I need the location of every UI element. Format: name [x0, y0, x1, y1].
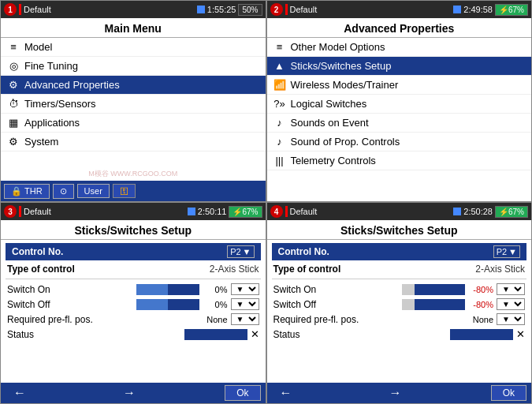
- pre-fl-dropdown-4[interactable]: ▼: [497, 313, 525, 325]
- sounds-event-icon: ♪: [273, 117, 286, 129]
- status-battery-4: ⚡67%: [495, 206, 528, 218]
- panel-3: 3 Default 2:50:11 ⚡67% Sticks/Switches S…: [0, 202, 266, 404]
- switch-on-label-4: Switch On: [273, 284, 352, 295]
- menu-item-sounds-event[interactable]: ♪ Sounds on Event: [267, 114, 532, 133]
- menu-label-logical: Logical Switches: [291, 98, 367, 110]
- status-square-2: [453, 6, 461, 13]
- switch-off-bar-4: [402, 299, 465, 310]
- pre-fl-wrap: None ▼: [98, 313, 259, 325]
- switch-on-row: Switch On 0% ▼: [1, 282, 266, 297]
- status-battery-3: ⚡67%: [229, 206, 262, 218]
- pre-fl-row-4: Required pre-fl. pos. None ▼: [267, 312, 532, 327]
- switch-off-row: Switch Off 0% ▼: [1, 297, 266, 312]
- nav-back-4[interactable]: ←: [272, 386, 300, 400]
- switch-on-fill: [136, 284, 168, 295]
- divider-4: [272, 279, 527, 279]
- menu-item-sticks-switches[interactable]: ▲ Sticks/Switches Setup: [267, 57, 532, 76]
- switch-on-row-4: Switch On -80% ▼: [267, 282, 532, 297]
- key-button[interactable]: ⚿: [113, 184, 136, 198]
- menu-item-logical-switches[interactable]: ?» Logical Switches: [267, 95, 532, 114]
- type-row-4: Type of control 2-Axis Stick: [267, 262, 532, 276]
- nav-back-3[interactable]: ←: [6, 386, 34, 400]
- switch-off-bar-wrap-4: -80% ▼: [357, 298, 526, 310]
- switch-on-bar-4: [402, 284, 465, 295]
- pre-fl-label-4: Required pre-fl. pos.: [273, 314, 359, 325]
- status-bar-4: 4 Default 2:50:28 ⚡67%: [267, 203, 532, 220]
- menu-label-wireless: Wireless Modes/Trainer: [291, 79, 399, 91]
- pre-fl-value-4: None: [468, 315, 493, 324]
- setup-3: Control No. P2 ▼ Type of control 2-Axis …: [1, 240, 266, 383]
- switch-off-pct: 0%: [203, 300, 228, 309]
- panel-title-4: Sticks/Switches Setup: [267, 220, 532, 240]
- status-time-3: 2:50:11: [198, 207, 227, 216]
- switch-off-label: Switch Off: [7, 299, 86, 310]
- menu-label-timers: Timers/Sensors: [24, 98, 96, 110]
- menu-item-applications[interactable]: ▦ Applications: [1, 114, 266, 133]
- menu-item-model[interactable]: ≡ Model: [1, 38, 266, 57]
- menu-item-advanced[interactable]: ⚙ Advanced Properties: [1, 76, 266, 95]
- status-square-4: [453, 208, 461, 215]
- sticks-icon: ▲: [273, 60, 286, 72]
- menu-label-other-model: Other Model Options: [291, 41, 385, 53]
- switch-on-bar-wrap-4: -80% ▼: [357, 283, 526, 295]
- menu-item-fine-tuning[interactable]: ◎ Fine Tuning: [1, 57, 266, 76]
- camera-button[interactable]: ⊙: [53, 184, 74, 199]
- dropdown-arrow: ▼: [243, 247, 251, 256]
- logical-icon: ?»: [273, 98, 286, 110]
- status-label-4: Default: [290, 207, 452, 216]
- menu-label-telemetry: Telemetry Controls: [291, 155, 376, 166]
- switch-on-dropdown[interactable]: ▼: [231, 283, 259, 295]
- status-fill-bar: [184, 329, 247, 340]
- red-bar-4: [285, 206, 288, 217]
- type-label: Type of control: [7, 264, 75, 275]
- menu-item-system[interactable]: ⚙ System: [1, 133, 266, 152]
- status-clear-btn-4[interactable]: ✕: [516, 328, 525, 340]
- status-square-1: [197, 6, 205, 13]
- red-bar-1: [19, 4, 21, 15]
- control-no-dropdown-4[interactable]: P2 ▼: [493, 245, 520, 258]
- control-no-value: P2: [230, 247, 240, 256]
- menu-item-sound-prop[interactable]: ♪ Sound of Prop. Controls: [267, 133, 532, 152]
- switch-off-label-4: Switch Off: [273, 299, 352, 310]
- pre-fl-dropdown[interactable]: ▼: [231, 313, 259, 325]
- panel-number-3: 3: [4, 205, 17, 218]
- key-icon: ⚿: [120, 186, 128, 196]
- status-clear-btn[interactable]: ✕: [251, 328, 259, 340]
- dropdown-arrow-4: ▼: [508, 247, 517, 256]
- menu-list-1: ≡ Model ◎ Fine Tuning ⚙ Advanced Propert…: [1, 38, 266, 167]
- applications-icon: ▦: [7, 117, 20, 129]
- pre-fl-value: None: [203, 315, 228, 324]
- status-label-3: Default: [24, 207, 185, 216]
- switch-off-dropdown[interactable]: ▼: [231, 298, 259, 310]
- status-battery-1: 50%: [238, 4, 262, 16]
- switch-off-pct-4: -80%: [468, 300, 493, 309]
- pre-fl-label: Required pre-fl. pos.: [7, 314, 93, 325]
- nav-forward-3[interactable]: →: [115, 386, 143, 400]
- menu-item-telemetry[interactable]: ||| Telemetry Controls: [267, 152, 532, 170]
- menu-item-timers[interactable]: ⏱ Timers/Sensors: [1, 95, 266, 114]
- status-time-1: 1:55:25: [207, 5, 236, 14]
- menu-item-wireless[interactable]: 📶 Wireless Modes/Trainer: [267, 76, 532, 95]
- switch-off-bar: [136, 299, 199, 310]
- control-no-dropdown[interactable]: P2 ▼: [227, 245, 254, 258]
- menu-item-other-model[interactable]: ≡ Other Model Options: [267, 38, 532, 57]
- switch-off-dropdown-4[interactable]: ▼: [497, 298, 525, 310]
- panel-1: 1 Default 1:55:25 50% Main Menu ≡ Model …: [0, 0, 266, 202]
- user-label: User: [84, 186, 102, 196]
- advanced-icon: ⚙: [7, 79, 20, 91]
- status-battery-2: ⚡67%: [495, 4, 528, 16]
- ok-button-4[interactable]: Ok: [491, 385, 526, 401]
- menu-label-system: System: [24, 136, 58, 148]
- ok-button-3[interactable]: Ok: [225, 385, 260, 401]
- switch-on-bar: [136, 284, 199, 295]
- user-button[interactable]: User: [77, 184, 110, 198]
- switch-on-dropdown-4[interactable]: ▼: [497, 283, 525, 295]
- status-fill-bar-4: [450, 329, 513, 340]
- menu-label-fine-tuning: Fine Tuning: [24, 60, 78, 72]
- thr-button[interactable]: 🔒 THR: [4, 184, 50, 199]
- nav-forward-4[interactable]: →: [381, 386, 410, 400]
- system-icon: ⚙: [7, 136, 20, 148]
- menu-label-sounds-event: Sounds on Event: [291, 117, 369, 129]
- menu-label-applications: Applications: [24, 117, 80, 129]
- status-row-3: Status ✕: [1, 327, 266, 342]
